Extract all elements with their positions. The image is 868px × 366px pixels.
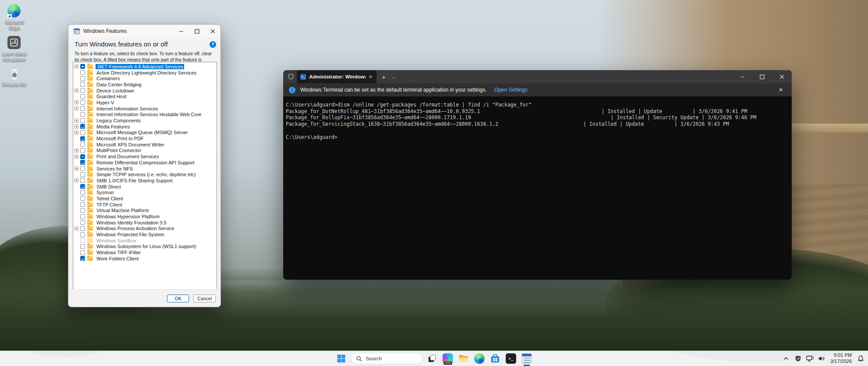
feature-checkbox-unchecked[interactable] [80,112,85,117]
feature-checkbox-unchecked[interactable] [80,202,85,207]
feature-checkbox-unchecked[interactable] [80,100,85,105]
feature-row[interactable]: +Print and Document Services [73,153,217,160]
feature-row[interactable]: +Windows Process Activation Service [73,226,217,232]
volume-tray-icon[interactable] [818,355,825,362]
terminal-close-button[interactable] [772,70,792,83]
feature-checkbox-unchecked[interactable] [80,214,85,219]
feature-row[interactable]: Windows Identity Foundation 3.5 [73,220,217,226]
ok-button[interactable]: OK [167,295,189,302]
feature-checkbox-unchecked[interactable] [80,82,85,87]
feature-checkbox-unchecked[interactable] [80,196,85,201]
feature-checkbox-unchecked[interactable] [80,148,85,153]
terminal-minimize-button[interactable] [733,70,752,83]
desktop-icon-edge[interactable]: ↗ Microsoft Edge [2,4,27,31]
feature-checkbox-unchecked[interactable] [80,208,85,213]
feature-row[interactable]: Data Center Bridging [73,82,217,88]
feature-checkbox-unchecked[interactable] [80,250,85,255]
feature-row[interactable]: +SMB 1.0/CIFS File Sharing Support [73,178,217,184]
feature-row[interactable]: Remote Differential Compression API Supp… [73,160,217,166]
feature-checkbox-checked[interactable] [80,256,85,261]
search-box[interactable]: Search [351,353,423,364]
feature-row[interactable]: +Internet Information Services [73,106,217,112]
windows-features-taskbar-button[interactable] [520,352,534,365]
terminal-maximize-button[interactable] [752,70,772,83]
expand-toggle-icon[interactable]: + [75,167,78,171]
feature-checkbox-unchecked[interactable] [80,70,85,75]
feature-checkbox-unchecked[interactable] [80,94,85,99]
features-list[interactable]: +.NET Framework 4.8 Advanced ServicesAct… [73,62,217,290]
network-tray-icon[interactable] [806,355,814,362]
desktop-icon-learn-picture[interactable]: Learn about this picture [2,36,27,62]
feature-checkbox-checked[interactable] [80,136,85,141]
feature-checkbox-unchecked[interactable] [80,244,85,249]
feature-row[interactable]: Active Directory Lightweight Directory S… [73,70,217,76]
feature-row[interactable]: Microsoft XPS Document Writer [73,142,217,148]
feature-checkbox-unchecked[interactable] [80,190,85,195]
feature-row[interactable]: TFTP Client [73,202,217,208]
cancel-button[interactable]: Cancel [193,295,216,302]
tray-clock[interactable]: 9:01 PM 3/17/2026 [830,352,852,365]
feature-checkbox-unchecked[interactable] [80,226,85,231]
feature-row[interactable]: Windows Projected File System [73,231,217,238]
feature-checkbox-unchecked[interactable] [80,76,85,81]
feature-row[interactable]: +Hyper-V [73,99,217,106]
expand-toggle-icon[interactable]: + [75,119,78,123]
terminal-titlebar[interactable]: >_ Administrator: Windows Pow ✕ + ⌄ [283,70,792,83]
feature-row[interactable]: Windows Hypervisor Platform [73,213,217,220]
feature-row[interactable]: +Legacy Components [73,117,217,124]
feature-row[interactable]: Sysmon [73,189,217,195]
desktop-icon-recycle-bin[interactable]: ♻ Recycle Bin [2,67,27,88]
feature-checkbox-partial[interactable] [80,154,85,159]
dialog-titlebar[interactable]: Windows Features [68,25,221,38]
feature-row[interactable]: Simple TCPIP services (i.e. echo, daytim… [73,171,217,178]
feature-checkbox-unchecked[interactable] [80,238,85,243]
feature-checkbox-partial[interactable] [80,64,85,69]
feature-row[interactable]: Virtual Machine Platform [73,208,217,214]
expand-toggle-icon[interactable]: + [75,124,78,128]
feature-row[interactable]: Windows TIFF IFilter [73,249,217,256]
feature-row[interactable]: Containers [73,75,217,82]
hidden-icons-chevron-icon[interactable] [782,355,790,362]
feature-row[interactable]: Telnet Client [73,195,217,202]
terminal-body[interactable]: C:\Users\adguard>dism /online /get-packa… [283,96,792,140]
file-explorer-button[interactable] [457,352,470,365]
feature-row[interactable]: Internet Information Services Hostable W… [73,112,217,118]
expand-toggle-icon[interactable]: + [75,155,78,159]
close-button[interactable] [205,25,221,38]
feature-row[interactable]: Guarded Host [73,93,217,99]
copilot-button[interactable]: M365 [441,352,455,365]
expand-toggle-icon[interactable]: + [75,64,78,68]
feature-checkbox-unchecked[interactable] [80,130,85,135]
feature-row[interactable]: +.NET Framework 4.8 Advanced Services [73,64,217,70]
minimize-button[interactable] [173,25,189,38]
tab-close-icon[interactable]: ✕ [367,74,374,80]
feature-row[interactable]: +Device Lockdown [73,88,217,94]
feature-checkbox-unchecked[interactable] [80,88,85,93]
feature-checkbox-unchecked[interactable] [80,106,85,111]
tab-dropdown-icon[interactable]: ⌄ [392,75,395,79]
feature-row[interactable]: SMB Direct [73,184,217,190]
banner-close-icon[interactable]: ✕ [779,87,783,93]
expand-toggle-icon[interactable]: + [75,178,78,182]
feature-row[interactable]: Windows Subsystem for Linux (WSL1 suppor… [73,244,217,250]
start-button[interactable] [335,352,348,365]
terminal-taskbar-button[interactable]: >_ [505,352,518,365]
feature-checkbox-unchecked[interactable] [80,166,85,171]
expand-toggle-icon[interactable]: + [75,227,78,231]
expand-toggle-icon[interactable]: + [75,107,78,110]
feature-row[interactable]: +Media Features [73,124,217,130]
feature-row[interactable]: Windows Sandbox [73,238,217,244]
help-icon[interactable]: ? [210,41,216,48]
feature-checkbox-unchecked[interactable] [80,172,85,177]
feature-checkbox-unchecked[interactable] [80,178,85,183]
store-button[interactable] [489,352,502,365]
feature-checkbox-checked[interactable] [80,160,85,165]
feature-row[interactable]: Microsoft Print to PDF [73,135,217,142]
feature-row[interactable]: +MultiPoint Connector [73,148,217,154]
expand-toggle-icon[interactable]: + [75,89,78,92]
feature-checkbox-unchecked[interactable] [80,232,85,237]
feature-checkbox-unchecked[interactable] [80,142,85,147]
adguard-tray-icon[interactable] [794,355,802,362]
expand-toggle-icon[interactable]: + [75,100,78,104]
feature-row[interactable]: +Microsoft Message Queue (MSMQ) Server [73,130,217,136]
